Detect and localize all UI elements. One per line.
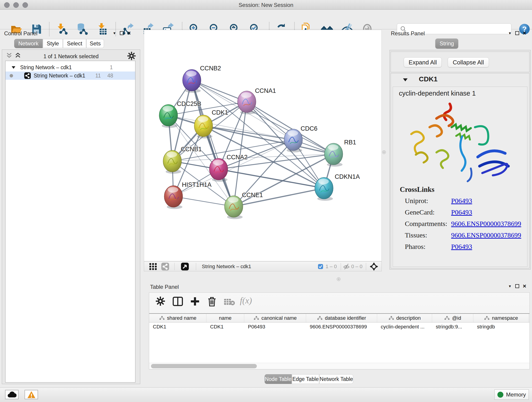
panel-float-icon[interactable] xyxy=(120,31,124,35)
grid-view-icon[interactable] xyxy=(149,263,157,270)
tab-node-table[interactable]: Node Table xyxy=(265,374,292,384)
import-table-icon[interactable] xyxy=(96,22,109,36)
section-collapse-icon[interactable] xyxy=(403,78,408,82)
panel-menu-icon[interactable]: ▼ xyxy=(508,284,512,288)
tab-string[interactable]: String xyxy=(435,38,458,49)
column-header-shared-name[interactable]: shared name xyxy=(149,314,206,322)
network-node[interactable] xyxy=(194,115,213,138)
show-columns-icon[interactable] xyxy=(172,296,183,306)
genecard-link[interactable]: P06493 xyxy=(451,208,472,216)
cloud-status-button[interactable] xyxy=(5,390,19,399)
collection-expand-icon[interactable] xyxy=(12,66,16,69)
memory-button[interactable]: Memory xyxy=(494,389,529,400)
memory-label: Memory xyxy=(506,391,526,398)
crosslink-label: GeneCard: xyxy=(405,208,451,216)
attribute-tree-icon xyxy=(317,316,323,320)
network-row-selected[interactable]: String Network – cdk1 11 48 xyxy=(6,71,135,80)
panel-close-icon[interactable]: × xyxy=(523,284,526,288)
network-node-label: CCNE1 xyxy=(242,191,263,198)
table-cell[interactable]: P06493 xyxy=(244,322,306,331)
column-header-database-identifier[interactable]: database identifier xyxy=(306,314,377,322)
table-cell[interactable]: cyclin-dependent ... xyxy=(377,322,432,331)
hidden-eye-slash-icon[interactable] xyxy=(343,263,350,270)
toolbar-separator xyxy=(196,263,196,270)
network-edge-count: 48 xyxy=(107,73,113,79)
table-row[interactable]: CDK1CDK1P064939606.ENSP00000378699cyclin… xyxy=(149,322,530,331)
title-bar: Session: New Session xyxy=(0,0,532,10)
panel-menu-icon[interactable]: ▼ xyxy=(508,31,512,35)
attribute-tree-icon xyxy=(444,316,450,320)
column-header--id[interactable]: @id xyxy=(432,314,473,322)
network-node[interactable] xyxy=(225,196,243,219)
table-options-gear-icon[interactable] xyxy=(156,296,165,306)
fit-selected-crosshair-icon[interactable] xyxy=(370,262,378,271)
horizontal-splitter-handle[interactable] xyxy=(382,150,386,154)
network-node[interactable] xyxy=(164,186,183,209)
tab-sets[interactable]: Sets xyxy=(86,39,104,48)
network-graph: CCNB2CCNA1CDC25BCDK1CDC6RB1CCNB1CCNA2CDK… xyxy=(144,30,381,261)
pharos-link[interactable]: P06493 xyxy=(451,243,472,250)
network-node[interactable] xyxy=(238,91,256,114)
tab-network[interactable]: Network xyxy=(14,39,43,48)
control-panel-header-controls: ▼ × xyxy=(113,31,131,35)
add-column-icon[interactable] xyxy=(190,296,200,306)
collection-label: String Network – cdk1 xyxy=(20,64,72,70)
table-panel-header-controls: ▼ × xyxy=(508,284,526,288)
network-node[interactable] xyxy=(315,177,333,201)
column-header-name[interactable]: name xyxy=(206,314,244,322)
vertical-splitter-handle[interactable] xyxy=(337,277,341,281)
expand-all-button[interactable]: Expand All xyxy=(404,57,442,67)
network-state-dot-icon xyxy=(10,74,13,77)
collapse-all-button[interactable]: Collapse All xyxy=(448,57,489,67)
network-options-gear-icon[interactable] xyxy=(127,51,136,60)
import-network-icon[interactable] xyxy=(56,22,69,36)
column-header-canonical-name[interactable]: canonical name xyxy=(244,314,306,322)
scrollbar-thumb[interactable] xyxy=(151,364,257,368)
delete-column-trash-icon[interactable] xyxy=(207,296,217,307)
crosslink-label: Uniprot: xyxy=(405,197,451,205)
panel-float-icon[interactable] xyxy=(515,31,519,35)
column-header-description[interactable]: description xyxy=(377,314,432,322)
function-builder-icon[interactable]: f(x) xyxy=(240,295,252,306)
network-node[interactable] xyxy=(159,104,177,128)
node-table[interactable]: shared namenamecanonical namedatabase id… xyxy=(149,313,530,363)
table-cell[interactable]: CDK1 xyxy=(149,322,206,331)
application-window: Session: New Session xyxy=(0,0,532,402)
network-node[interactable] xyxy=(324,143,343,167)
tab-select[interactable]: Select xyxy=(63,39,86,48)
table-cell[interactable]: stringdb:9... xyxy=(432,322,473,331)
network-overview-icon[interactable] xyxy=(161,262,169,271)
panel-float-icon[interactable] xyxy=(515,284,519,288)
tab-style[interactable]: Style xyxy=(43,39,63,48)
network-view-toolbar: String Network – cdk1 1 – 0 0 – 0 xyxy=(144,261,382,271)
network-node-label: HIST1H1A xyxy=(182,181,211,188)
tissues-link[interactable]: 9606.ENSP00000378699 xyxy=(451,231,521,239)
panel-menu-icon[interactable]: ▼ xyxy=(113,31,116,35)
panel-close-icon[interactable]: × xyxy=(127,31,131,35)
network-node[interactable] xyxy=(163,150,181,174)
table-cell[interactable]: stringdb xyxy=(473,322,529,331)
table-horizontal-scrollbar[interactable] xyxy=(149,363,530,369)
import-network-from-database-icon[interactable] xyxy=(76,22,89,36)
table-cell[interactable]: 9606.ENSP00000378699 xyxy=(306,322,377,331)
network-canvas[interactable]: CCNB2CCNA1CDC25BCDK1CDC6RB1CCNB1CCNA2CDK… xyxy=(144,30,382,261)
control-panel-title: Control Panel xyxy=(4,30,37,37)
table-cell[interactable]: CDK1 xyxy=(206,322,244,331)
network-collection-row[interactable]: String Network – cdk1 1 xyxy=(6,63,135,71)
network-view-name: String Network – cdk1 xyxy=(202,264,251,269)
panel-close-icon[interactable]: × xyxy=(523,31,526,35)
network-node[interactable] xyxy=(284,129,302,153)
selected-checkbox-icon[interactable] xyxy=(318,264,323,269)
network-manager-panel: 1 of 1 Network selected String Network –… xyxy=(2,50,140,384)
protein-structure-image xyxy=(402,100,519,185)
uniprot-link[interactable]: P06493 xyxy=(451,197,472,205)
tab-edge-table[interactable]: Edge Table xyxy=(292,374,319,384)
tab-network-table[interactable]: Network Table xyxy=(319,374,353,384)
compartments-link[interactable]: 9606.ENSP00000378699 xyxy=(451,220,521,228)
table-panel-body: f(x) shared namenamecanonical namedataba… xyxy=(149,293,530,370)
open-in-window-icon[interactable] xyxy=(181,262,189,271)
warning-status-button[interactable] xyxy=(25,390,38,399)
column-header-namespace[interactable]: namespace xyxy=(473,314,529,322)
network-node-count: 11 xyxy=(95,73,101,79)
delete-table-icon[interactable] xyxy=(224,298,235,306)
